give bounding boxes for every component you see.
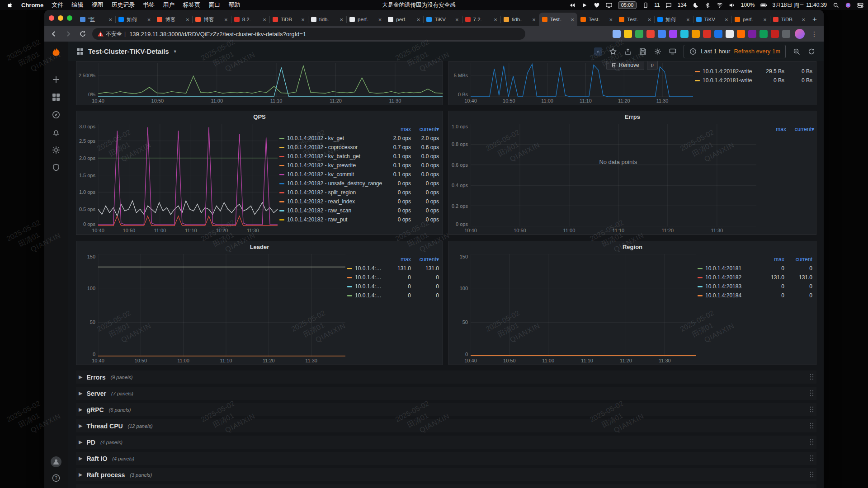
dashboard-row-errors[interactable]: ▶Errors(9 panels) [76, 371, 816, 384]
heart-icon[interactable] [594, 2, 600, 8]
tab-close-button[interactable]: × [224, 17, 228, 23]
dashboard-settings-button[interactable] [654, 47, 662, 56]
time-range-picker[interactable]: Last 1 hour Refresh every 1m [684, 45, 786, 58]
legend-series-name[interactable]: 10.0.1.4:20182-write [695, 67, 756, 76]
display-icon[interactable] [606, 2, 613, 8]
explore-icon[interactable] [52, 110, 61, 119]
browser-tab[interactable]: Test-× [539, 13, 577, 26]
play-icon[interactable] [581, 2, 588, 8]
notification-count-badge[interactable]: 11 [654, 2, 660, 8]
menubar-clock[interactable]: 3月18日 周三 11:40:39 [772, 1, 827, 9]
legend-header-max[interactable]: max [383, 255, 411, 264]
errps-chart-plot[interactable] [471, 124, 756, 226]
tab-close-button[interactable]: × [263, 17, 266, 23]
close-window-button[interactable] [49, 15, 54, 21]
cycle-view-button[interactable] [669, 47, 677, 56]
panel-title-leader[interactable]: Leader [76, 241, 443, 252]
browser-tab[interactable]: TiKV× [423, 13, 462, 26]
legend-series-name[interactable]: 10.0.1.4:20183 [698, 282, 756, 291]
tab-close-button[interactable]: × [571, 17, 574, 23]
grafana-logo[interactable] [50, 47, 62, 59]
legend-series-name[interactable]: 10.0.1.4:20182 [347, 264, 383, 273]
legend-series-name[interactable]: 10.0.1.4:20182 - raw_put [279, 215, 383, 224]
moon-icon[interactable] [692, 2, 699, 8]
zoom-out-button[interactable] [793, 47, 801, 56]
dashboard-row-thread-cpu[interactable]: ▶Thread CPU(12 panels) [76, 419, 816, 432]
legend-series-name[interactable]: 10.0.1.4:20181 [347, 291, 383, 300]
legend-series-name[interactable]: 10.0.1.4:20182 - kv_commit [279, 170, 383, 179]
browser-tab[interactable]: 如何× [115, 13, 154, 26]
tab-close-button[interactable]: × [378, 17, 382, 23]
minimize-window-button[interactable] [58, 15, 63, 21]
forward-button[interactable] [63, 29, 73, 39]
dashboard-row-grpc[interactable]: ▶gRPC(6 panels) [76, 403, 816, 416]
url-text[interactable]: 139.219.11.38:3000/d/RDVQiEzZz2/test-clu… [129, 31, 306, 38]
browser-tab[interactable]: perf.× [731, 13, 770, 26]
region-chart-plot[interactable] [471, 254, 696, 357]
save-button[interactable] [639, 47, 647, 56]
screen-recording-timer[interactable]: 05:00 [618, 1, 637, 9]
menubar-menu-item[interactable]: 帮助 [228, 1, 240, 9]
browser-tab[interactable]: 8.2.× [231, 13, 269, 26]
browser-tab[interactable]: TiKV× [693, 13, 731, 26]
extension-icon[interactable] [624, 30, 632, 38]
message-count-badge[interactable]: 134 [678, 2, 687, 8]
tab-close-button[interactable]: × [648, 17, 651, 23]
browser-tab[interactable]: Test-× [616, 13, 654, 26]
security-chip[interactable]: 不安全 | [98, 30, 126, 38]
tab-close-button[interactable]: × [455, 17, 459, 23]
tab-close-button[interactable]: × [686, 17, 690, 23]
browser-tab[interactable]: perf-× [346, 13, 385, 26]
legend-header-max[interactable]: max [758, 125, 786, 134]
extension-icon[interactable] [726, 30, 734, 38]
dashboard-row-raft-io[interactable]: ▶Raft IO(4 panels) [76, 452, 816, 465]
user-avatar[interactable] [51, 456, 61, 467]
dashboard-title[interactable]: Test-Cluster-TiKV-Details [88, 47, 169, 55]
apple-logo-icon[interactable] [6, 2, 13, 8]
legend-header-current[interactable]: current▾ [786, 125, 814, 134]
panel-title-qps[interactable]: QPS [76, 111, 443, 122]
extension-icon[interactable] [680, 30, 689, 38]
share-button[interactable] [624, 47, 632, 56]
browser-tab[interactable]: 7.2.× [462, 13, 500, 26]
tab-close-button[interactable]: × [494, 17, 497, 23]
legend-header-current[interactable]: current▾ [411, 255, 439, 264]
profile-avatar[interactable] [795, 29, 805, 39]
tab-close-button[interactable]: × [109, 17, 113, 23]
tab-close-button[interactable]: × [417, 17, 420, 23]
dashboard-row-server[interactable]: ▶Server(7 panels) [76, 387, 816, 400]
row-drag-handle[interactable] [810, 406, 814, 413]
tab-close-button[interactable]: × [340, 17, 344, 23]
address-bar[interactable]: 不安全 | 139.219.11.38:3000/d/RDVQiEzZz2/te… [92, 28, 525, 40]
legend-series-name[interactable]: 10.0.1.4:20184 [698, 291, 756, 300]
legend-series-name[interactable]: 10.0.1.4:20182 - raw_scan [279, 206, 383, 215]
spotlight-search-icon[interactable] [832, 2, 839, 8]
row-drag-handle[interactable] [810, 455, 814, 462]
tab-close-button[interactable]: × [609, 17, 613, 23]
extension-icon[interactable] [669, 30, 677, 38]
menubar-menu-item[interactable]: 历史记录 [111, 1, 135, 9]
reload-button[interactable] [78, 29, 88, 39]
back-button[interactable] [49, 29, 59, 39]
legend-series-name[interactable]: 10.0.1.4:20184 [347, 273, 383, 282]
browser-tab[interactable]: 博客× [192, 13, 231, 26]
browser-tab[interactable]: 如何× [654, 13, 693, 26]
extension-icon[interactable] [692, 30, 700, 38]
browser-tab[interactable]: Test-× [577, 13, 616, 26]
chrome-menu-button[interactable]: ⋮ [809, 30, 819, 38]
browser-tab[interactable]: TiDB× [770, 13, 808, 26]
zoom-window-button[interactable] [67, 15, 72, 21]
server-admin-shield-icon[interactable] [52, 163, 61, 172]
rewind-icon[interactable] [569, 2, 576, 8]
extension-icon[interactable] [771, 30, 779, 38]
extension-icon[interactable] [635, 30, 643, 38]
control-center-icon[interactable] [857, 2, 863, 8]
tab-close-button[interactable]: × [301, 17, 305, 23]
leader-chart-plot[interactable] [98, 254, 345, 357]
extension-icon[interactable] [658, 30, 666, 38]
menubar-menu-item[interactable]: 用户 [163, 1, 175, 9]
configuration-gear-icon[interactable] [52, 145, 61, 155]
extension-icon[interactable] [782, 30, 790, 38]
dashboard-row-raft-process[interactable]: ▶Raft process(3 panels) [76, 468, 816, 481]
dashboard-row-pd[interactable]: ▶PD(4 panels) [76, 436, 816, 449]
